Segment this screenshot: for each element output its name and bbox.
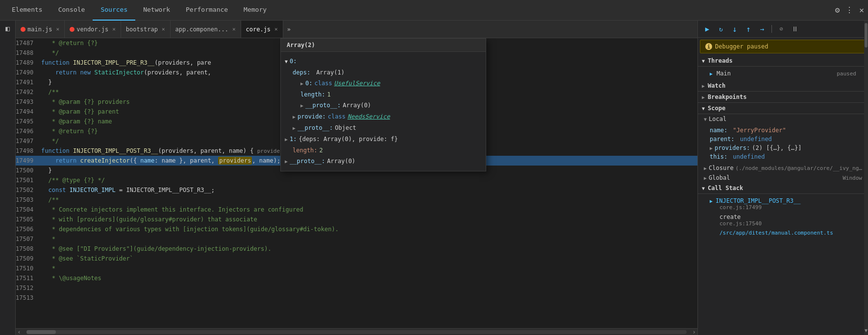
- table-row: 17511 * \@usageNotes: [16, 273, 697, 283]
- tab-console[interactable]: Console: [50, 0, 93, 21]
- tab-performance[interactable]: Performance: [178, 0, 236, 21]
- providers-expand-icon[interactable]: ▶: [710, 145, 713, 151]
- list-item[interactable]: ▶ __proto__: Array(0): [281, 100, 486, 111]
- watch-section-header[interactable]: ▶ Watch: [698, 80, 868, 92]
- closure-scope-label: Closure: [709, 165, 734, 171]
- closure-expand-icon: ▶: [704, 166, 707, 171]
- list-item[interactable]: create core.js:17540: [698, 212, 868, 228]
- right-panel-scrollbar[interactable]: ▼: [864, 21, 868, 335]
- list-item: name: "JerryProvider": [698, 126, 868, 135]
- table-row: 17505 * with [providers](guide/glossary#…: [16, 215, 697, 224]
- step-over-button[interactable]: ↻: [716, 24, 726, 34]
- list-item: parent: undefined: [698, 135, 868, 144]
- breakpoints-section-header[interactable]: ▶ Breakpoints: [698, 92, 868, 103]
- file-tab-app-component[interactable]: app.componen... ✕: [171, 21, 241, 38]
- list-item[interactable]: ▶ INJECTOR_IMPL__POST_R3__ core.js:17499: [698, 196, 868, 212]
- file-tab-core-js[interactable]: core.js ✕: [241, 21, 283, 38]
- list-item[interactable]: ▶ 0: class UsefulService: [281, 78, 486, 89]
- step-button[interactable]: →: [757, 24, 768, 34]
- watch-expand-icon: ▶: [702, 83, 705, 89]
- list-item[interactable]: ▶ 1: {deps: Array(0), provide: f}: [281, 134, 486, 145]
- file-tabs: main.js ✕ vendor.js ✕ bootstrap ✕ app.co…: [16, 21, 697, 38]
- close-icon[interactable]: ✕: [859, 5, 864, 15]
- local-scope-header[interactable]: ▼ Local: [698, 114, 868, 124]
- file-tab-bootstrap[interactable]: bootstrap ✕: [121, 21, 171, 38]
- list-item[interactable]: ▶ __proto__: Array(0): [281, 156, 486, 167]
- table-row: 17507 *: [16, 234, 697, 244]
- table-row: 17509 * @see `StaticProvider`: [16, 254, 697, 263]
- tab-sources[interactable]: Sources: [93, 0, 135, 21]
- table-row: 17512: [16, 283, 697, 293]
- list-item[interactable]: ▶ Main paused: [698, 69, 868, 78]
- horizontal-scrollbar[interactable]: ‹ ›: [16, 328, 697, 335]
- tab-elements[interactable]: Elements: [4, 0, 50, 21]
- expand-arrow-icon[interactable]: ▶: [300, 79, 303, 89]
- scrollbar-thumb: [865, 23, 868, 48]
- list-item[interactable]: ▶ providers: (2) [{…}, {…}]: [698, 144, 868, 152]
- scope-section-label: Scope: [708, 105, 725, 112]
- sources-sidebar: ◧: [0, 21, 16, 335]
- file-tab-label: main.js: [27, 26, 52, 33]
- watch-section-label: Watch: [708, 82, 725, 89]
- expand-arrow-icon[interactable]: ▶: [285, 157, 288, 167]
- table-row: 17506 * dependencies of various types wi…: [16, 224, 697, 234]
- close-tab-icon[interactable]: ✕: [56, 26, 60, 32]
- local-scope-label: Local: [709, 116, 726, 122]
- step-into-button[interactable]: ↓: [729, 24, 740, 34]
- list-item[interactable]: ▼ 0:: [281, 56, 486, 67]
- tab-overflow-button[interactable]: »: [283, 26, 295, 33]
- scroll-track: [26, 330, 687, 334]
- expand-arrow-icon[interactable]: ▶: [293, 112, 296, 122]
- expand-arrow-icon[interactable]: ▶: [300, 101, 303, 111]
- list-item: length: 1: [281, 89, 486, 100]
- list-item[interactable]: ▶ provide: class NeedsService: [281, 111, 486, 122]
- threads-section-header[interactable]: ▼ Threads: [698, 55, 868, 67]
- scroll-thumb[interactable]: [26, 330, 56, 334]
- error-indicator: [70, 27, 74, 32]
- sidebar-toggle-button[interactable]: ◧: [5, 24, 9, 32]
- expand-arrow-icon[interactable]: ▼: [285, 57, 288, 67]
- close-tab-icon[interactable]: ✕: [274, 26, 278, 32]
- more-icon[interactable]: ⋮: [845, 5, 853, 15]
- global-scope-label-group: ▶ Global: [704, 174, 730, 181]
- list-item[interactable]: ▶ __proto__: Object: [281, 122, 486, 134]
- scope-section-header[interactable]: ▼ Scope: [698, 103, 868, 114]
- file-tab-label: vendor.js: [76, 26, 108, 33]
- deactivate-breakpoints-button[interactable]: ⊘: [776, 24, 787, 34]
- list-item: deps: Array(1): [281, 67, 486, 78]
- closure-scope-header[interactable]: ▶ Closure (./node_modules/@angular/core/…: [698, 163, 868, 173]
- info-icon: i: [705, 43, 712, 50]
- scroll-down-arrow[interactable]: ▼: [865, 328, 868, 333]
- tab-network[interactable]: Network: [135, 0, 178, 21]
- debugger-paused-banner: i Debugger paused: [700, 40, 866, 53]
- close-tab-icon[interactable]: ✕: [162, 26, 165, 32]
- close-tab-icon[interactable]: ✕: [112, 26, 116, 32]
- file-tab-main-js[interactable]: main.js ✕: [16, 21, 65, 38]
- file-tab-label: bootstrap: [126, 26, 158, 33]
- resume-button[interactable]: ▶: [702, 24, 713, 34]
- active-thread-icon: ▶: [710, 71, 713, 76]
- error-indicator: [21, 27, 25, 32]
- list-item[interactable]: /src/app/ditest/manual.component.ts: [698, 228, 868, 238]
- scroll-right-button[interactable]: ›: [691, 329, 697, 335]
- step-out-button[interactable]: ↑: [743, 24, 754, 34]
- list-item: length: 2: [281, 145, 486, 156]
- close-tab-icon[interactable]: ✕: [232, 26, 236, 32]
- table-row: 17513: [16, 293, 697, 303]
- debugger-paused-text: Debugger paused: [715, 43, 768, 50]
- variable-tooltip: Array(2) ▼ 0: deps: Array(1): [280, 38, 486, 171]
- pause-on-exceptions-button[interactable]: ⏸: [790, 24, 800, 34]
- global-expand-icon: ▶: [704, 175, 707, 181]
- settings-icon[interactable]: ⚙: [835, 5, 840, 15]
- call-stack-list: ▶ INJECTOR_IMPL__POST_R3__ core.js:17499…: [698, 194, 868, 239]
- call-stack-section-header[interactable]: ▼ Call Stack: [698, 183, 868, 194]
- breakpoints-expand-icon: ▶: [702, 95, 705, 100]
- table-row: 17510 *: [16, 263, 697, 273]
- file-tab-vendor-js[interactable]: vendor.js ✕: [65, 21, 121, 38]
- expand-arrow-icon[interactable]: ▶: [293, 123, 296, 133]
- expand-arrow-icon[interactable]: ▶: [285, 135, 288, 144]
- scroll-left-button[interactable]: ‹: [16, 329, 23, 335]
- tab-memory[interactable]: Memory: [236, 0, 274, 21]
- global-scope-header[interactable]: ▶ Global Window: [698, 173, 868, 183]
- tooltip-title: Array(2): [281, 39, 486, 52]
